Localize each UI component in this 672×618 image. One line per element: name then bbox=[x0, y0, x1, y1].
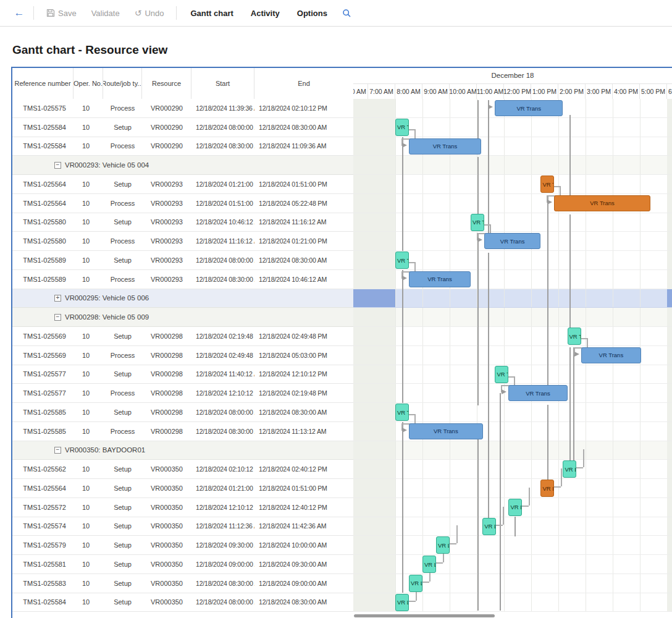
hour-label-cell: 11:00 AM bbox=[477, 84, 504, 99]
table-row[interactable]: TMS1-02558910ProcessVR00029312/18/2024 0… bbox=[12, 270, 672, 289]
col-header-resource[interactable]: Resource bbox=[142, 68, 191, 99]
hour-label-cell: 8:00 AM bbox=[395, 84, 422, 99]
table-row[interactable]: TMS1-02556910ProcessVR00029812/18/2024 0… bbox=[12, 346, 672, 365]
gantt-bar-process[interactable]: VR Trans bbox=[484, 233, 541, 249]
table-row[interactable]: TMS1-02558510SetupVR00029812/18/2024 08:… bbox=[12, 403, 672, 422]
gantt-bar-setup[interactable]: VR L bbox=[540, 480, 554, 497]
table-row[interactable]: TMS1-02557210SetupVR00035012/18/2024 12:… bbox=[12, 498, 672, 517]
cell-route-job-type: Setup bbox=[103, 555, 142, 574]
gantt-bar-process[interactable]: VR Trans bbox=[508, 385, 567, 401]
table-row[interactable]: TMS1-02557710ProcessVR00029812/18/2024 1… bbox=[12, 384, 672, 403]
cell-reference-number: TMS1-025572 bbox=[12, 498, 74, 517]
gantt-bar-process[interactable]: VR Trans bbox=[581, 347, 642, 363]
group-row[interactable]: +VR000295: Vehicle 05 006 bbox=[12, 289, 672, 308]
save-label: Save bbox=[58, 9, 77, 18]
gantt-bar-setup[interactable]: VR L bbox=[395, 594, 409, 611]
tab-activity[interactable]: Activity bbox=[242, 9, 288, 18]
table-row[interactable]: TMS1-02557910SetupVR00035012/18/2024 09:… bbox=[12, 536, 672, 555]
table-row[interactable]: TMS1-02558510ProcessVR00029812/18/2024 0… bbox=[12, 422, 672, 441]
gantt-bar-process[interactable]: VR Trans bbox=[495, 100, 563, 116]
gantt-bar-setup[interactable]: VR L bbox=[563, 460, 576, 478]
gantt-bar-setup[interactable]: VR L bbox=[436, 536, 450, 554]
cell-end-datetime: 12/18/2024 09:30:00 AM bbox=[254, 555, 353, 574]
search-button[interactable] bbox=[342, 9, 351, 18]
gantt-bar-process[interactable]: VR Trans bbox=[409, 271, 471, 287]
cell-resource: VR000350 bbox=[142, 593, 191, 612]
col-header-oper-no[interactable]: Oper. No. bbox=[74, 68, 103, 99]
table-row[interactable]: TMS1-02557410SetupVR00035012/18/2024 11:… bbox=[12, 517, 672, 536]
collapse-icon[interactable]: − bbox=[54, 162, 61, 169]
timeline-date-header: December 18 bbox=[353, 68, 672, 84]
cell-start-datetime: 12/18/2024 08:00:00 AM bbox=[191, 403, 254, 422]
group-row[interactable]: −VR000293: Vehicle 05 004 bbox=[12, 156, 672, 175]
page-title: Gantt chart - Resource view bbox=[12, 43, 167, 57]
back-button[interactable]: ← bbox=[10, 7, 28, 19]
table-row[interactable]: TMS1-02556910SetupVR00029812/18/2024 02:… bbox=[12, 327, 672, 346]
tab-options[interactable]: Options bbox=[288, 9, 336, 18]
group-row[interactable]: −VR000298: Vehicle 05 009 bbox=[12, 308, 672, 327]
tab-gantt-chart[interactable]: Gantt chart bbox=[182, 9, 242, 18]
table-row[interactable]: TMS1-02558310SetupVR00035012/18/2024 08:… bbox=[12, 574, 672, 593]
table-row[interactable]: TMS1-02558410ProcessVR00029012/18/2024 0… bbox=[12, 137, 672, 156]
col-header-route-job-type[interactable]: Route/job ty... bbox=[103, 68, 142, 99]
gantt-bar-setup[interactable]: VR T bbox=[395, 404, 409, 421]
gantt-bar-process[interactable]: VR Trans bbox=[409, 138, 481, 154]
bar-label: VR L bbox=[484, 523, 496, 530]
table-row[interactable]: TMS1-02558010SetupVR00029312/18/2024 10:… bbox=[12, 213, 672, 232]
gantt-bar-setup[interactable]: VR T bbox=[395, 252, 409, 269]
gantt-bar-setup[interactable]: VR L bbox=[482, 518, 496, 535]
gantt-bar-process[interactable]: VR Trans bbox=[554, 195, 650, 211]
table-row[interactable]: TMS1-02557710SetupVR00029812/18/2024 11:… bbox=[12, 365, 672, 384]
col-header-end[interactable]: End bbox=[254, 68, 353, 99]
table-row[interactable]: TMS1-02556210SetupVR00035012/18/2024 02:… bbox=[12, 460, 672, 479]
gantt-bar-setup[interactable]: VR T bbox=[540, 176, 554, 193]
gantt-bar-setup[interactable]: VR T bbox=[395, 119, 409, 136]
gantt-bar-setup[interactable]: VR T bbox=[471, 214, 484, 231]
gantt-bar-setup[interactable]: VR L bbox=[508, 499, 522, 516]
group-label: VR000293: Vehicle 05 004 bbox=[65, 161, 149, 169]
validate-button[interactable]: Validate bbox=[84, 9, 127, 18]
table-row[interactable]: TMS1-02556410ProcessVR00029312/18/2024 0… bbox=[12, 194, 672, 213]
gantt-resource-view-page: ← Save Validate ↺ Undo Gantt chart Activ… bbox=[0, 0, 672, 618]
bar-label: VR Trans bbox=[526, 390, 550, 397]
gantt-row: VR L bbox=[353, 498, 672, 517]
save-button[interactable]: Save bbox=[39, 9, 84, 18]
table-row[interactable]: TMS1-02558010ProcessVR00029312/18/2024 1… bbox=[12, 232, 672, 251]
hour-label-cell: 6:00 AM bbox=[353, 84, 368, 99]
gantt-bar-setup[interactable]: VR T bbox=[568, 328, 581, 345]
undo-button[interactable]: ↺ Undo bbox=[127, 9, 172, 18]
cell-operation-number: 10 bbox=[74, 137, 103, 156]
col-header-start[interactable]: Start bbox=[191, 68, 254, 99]
cell-resource: VR000350 bbox=[142, 517, 191, 536]
gantt-bar-setup[interactable]: VR L bbox=[409, 575, 422, 592]
col-header-reference-number[interactable]: Reference number bbox=[12, 68, 74, 99]
table-row[interactable]: TMS1-02558110SetupVR00035012/18/2024 09:… bbox=[12, 555, 672, 574]
gantt-bar-setup[interactable]: VR T bbox=[495, 366, 508, 383]
cell-operation-number: 10 bbox=[74, 574, 103, 593]
horizontal-scrollbar-thumb[interactable] bbox=[354, 614, 495, 617]
table-row[interactable]: TMS1-02558410SetupVR00029012/18/2024 08:… bbox=[12, 118, 672, 137]
cell-reference-number: TMS1-025581 bbox=[12, 555, 74, 574]
table-row[interactable]: TMS1-02558410SetupVR00035012/18/2024 08:… bbox=[12, 593, 672, 612]
cell-resource: VR000350 bbox=[142, 460, 191, 479]
cell-route-job-type: Setup bbox=[103, 536, 142, 555]
cell-end-datetime: 12/18/2024 01:21:00 PM bbox=[254, 232, 353, 251]
expand-icon[interactable]: + bbox=[54, 295, 61, 302]
table-row[interactable]: TMS1-02557510ProcessVR00029012/18/2024 1… bbox=[12, 99, 672, 118]
collapse-icon[interactable]: − bbox=[54, 314, 61, 321]
gantt-row: VR T bbox=[353, 251, 672, 270]
table-row[interactable]: TMS1-02556410SetupVR00029312/18/2024 01:… bbox=[12, 175, 672, 194]
bar-label: VR L bbox=[438, 542, 450, 549]
cell-end-datetime: 12/18/2024 02:49:48 PM bbox=[254, 327, 353, 346]
group-row[interactable]: −VR000350: BAYDOOR01 bbox=[12, 441, 672, 460]
cell-end-datetime: 12/18/2024 08:30:00 AM bbox=[254, 251, 353, 270]
cell-route-job-type: Setup bbox=[103, 118, 142, 137]
gantt-bar-process[interactable]: VR Trans bbox=[409, 423, 483, 439]
cell-route-job-type: Setup bbox=[103, 175, 142, 194]
cell-start-datetime: 12/18/2024 11:39:36 AM bbox=[191, 99, 254, 118]
table-row[interactable]: TMS1-02558910SetupVR00029312/18/2024 08:… bbox=[12, 251, 672, 270]
collapse-icon[interactable]: − bbox=[54, 447, 61, 454]
gantt-bar-setup[interactable]: VR L bbox=[422, 556, 436, 573]
table-row[interactable]: TMS1-02556410SetupVR00035012/18/2024 01:… bbox=[12, 479, 672, 498]
group-label: VR000350: BAYDOOR01 bbox=[65, 446, 145, 454]
